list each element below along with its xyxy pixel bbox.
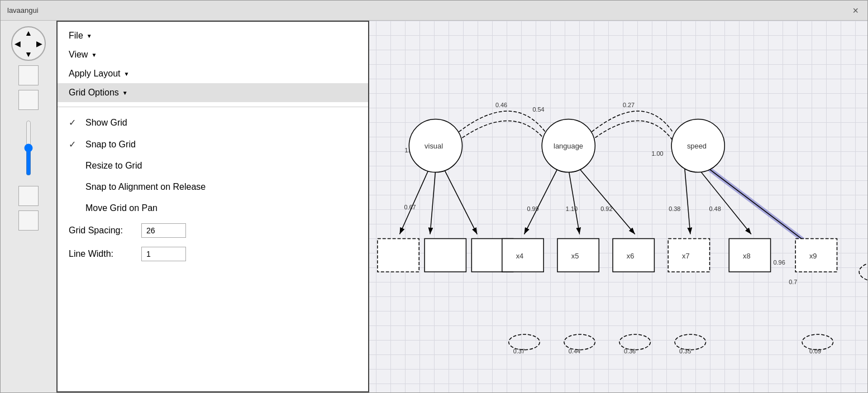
label-0-96: 0.96 bbox=[774, 259, 785, 266]
label-0-37: 0.37 bbox=[513, 348, 525, 354]
label-0-99: 0.99 bbox=[527, 205, 538, 212]
label-0-38: 0.38 bbox=[669, 205, 680, 212]
label-x5: x5 bbox=[571, 252, 579, 260]
edge-language-visual bbox=[459, 121, 546, 140]
label-x9: x9 bbox=[809, 252, 817, 260]
edge-language-x4 bbox=[524, 169, 557, 234]
snap-to-grid-item[interactable]: ✓ Snap to Grid bbox=[58, 133, 368, 155]
label-1-10: 1.10 bbox=[566, 205, 578, 212]
edge-speed-language bbox=[592, 121, 673, 140]
apply-layout-arrow-icon: ▼ bbox=[124, 71, 130, 77]
menu-apply-layout[interactable]: Apply Layout ▼ bbox=[58, 64, 368, 83]
label-0-44: 0.44 bbox=[569, 348, 580, 354]
window-title: lavaangui bbox=[7, 6, 39, 15]
label-0-92: 0.92 bbox=[600, 205, 612, 212]
zoom-slider[interactable] bbox=[24, 120, 33, 176]
zoom-slider-container bbox=[24, 114, 33, 181]
nav-control[interactable]: ▲ ◀ ▶ ▼ bbox=[11, 26, 46, 61]
edge-visual-x1 bbox=[400, 169, 430, 234]
arrow-down-icon: ▼ bbox=[25, 50, 32, 59]
label-language: language bbox=[554, 142, 583, 150]
diagram-area: 0.37 0.44 0.36 0.35 0.09 0.46 bbox=[369, 21, 867, 392]
menu-grid-options-label: Grid Options bbox=[69, 88, 119, 98]
grid-submenu: ✓ Show Grid ✓ Snap to Grid Resize to Gri… bbox=[58, 107, 368, 270]
label-0-54: 0.54 bbox=[532, 106, 544, 113]
left-toolbar: ▲ ◀ ▶ ▼ bbox=[1, 21, 56, 392]
arrow-left-icon: ◀ bbox=[15, 39, 21, 48]
diagram-svg: 0.37 0.44 0.36 0.35 0.09 0.46 bbox=[369, 21, 867, 392]
line-width-input[interactable] bbox=[141, 247, 186, 261]
arrow-right-icon: ▶ bbox=[36, 39, 42, 48]
menu-view[interactable]: View ▼ bbox=[58, 45, 368, 64]
self-loop-x7-alt bbox=[859, 262, 867, 282]
app-window: lavaangui × ▲ ◀ ▶ ▼ bbox=[0, 0, 868, 393]
edge-visual-x3 bbox=[444, 169, 477, 234]
resize-grid-checkmark bbox=[69, 161, 80, 171]
label-0-27: 0.27 bbox=[623, 102, 635, 108]
label-0-09: 0.09 bbox=[809, 348, 821, 354]
show-grid-item[interactable]: ✓ Show Grid bbox=[58, 112, 368, 133]
title-bar: lavaangui × bbox=[1, 1, 867, 21]
line-width-row: Line Width: bbox=[58, 242, 368, 266]
grid-spacing-input[interactable] bbox=[141, 223, 186, 238]
resize-to-grid-label: Resize to Grid bbox=[85, 161, 357, 171]
move-grid-item[interactable]: Move Grid on Pan bbox=[58, 198, 368, 219]
main-content: ▲ ◀ ▶ ▼ bbox=[1, 21, 867, 392]
edge-language-x6 bbox=[580, 169, 635, 234]
menu-overlay: File ▼ View ▼ Apply Layout ▼ Grid Option… bbox=[56, 21, 369, 392]
move-grid-label: Move Grid on Pan bbox=[85, 203, 357, 213]
grid-options-arrow-icon: ▼ bbox=[122, 90, 128, 96]
label-0-36: 0.36 bbox=[624, 348, 636, 354]
snap-alignment-checkmark bbox=[69, 182, 80, 192]
toolbar-button-2[interactable] bbox=[18, 90, 39, 110]
toolbar-button-3[interactable] bbox=[18, 186, 39, 206]
label-0-67: 0.67 bbox=[404, 204, 416, 210]
menu-file[interactable]: File ▼ bbox=[58, 26, 368, 45]
resize-to-grid-item[interactable]: Resize to Grid bbox=[58, 155, 368, 176]
view-arrow-icon: ▼ bbox=[91, 52, 97, 58]
label-0-46: 0.46 bbox=[495, 102, 507, 108]
label-0-35: 0.35 bbox=[679, 348, 691, 354]
edge-visual-x2 bbox=[430, 169, 436, 234]
node-x2 bbox=[425, 238, 466, 271]
label-1-00-right: 1.00 bbox=[651, 150, 663, 157]
edge-language-x5 bbox=[569, 169, 580, 234]
snap-to-grid-label: Snap to Grid bbox=[85, 140, 357, 150]
grid-spacing-label: Grid Spacing: bbox=[69, 226, 136, 236]
edge-speed-x7 bbox=[685, 169, 690, 234]
node-x1 bbox=[378, 238, 419, 271]
show-grid-label: Show Grid bbox=[85, 118, 357, 128]
canvas-area[interactable]: 0.37 0.44 0.36 0.35 0.09 0.46 bbox=[56, 21, 867, 392]
arrow-up-icon: ▲ bbox=[25, 28, 32, 37]
menu-file-label: File bbox=[69, 31, 83, 41]
menu-grid-options[interactable]: Grid Options ▼ bbox=[58, 83, 368, 102]
label-speed: speed bbox=[687, 142, 707, 150]
toolbar-button-4[interactable] bbox=[18, 210, 39, 231]
snap-alignment-label: Snap to Alignment on Release bbox=[85, 182, 357, 192]
close-button[interactable]: × bbox=[850, 6, 861, 16]
snap-alignment-item[interactable]: Snap to Alignment on Release bbox=[58, 176, 368, 198]
toolbar-button-1[interactable] bbox=[18, 65, 39, 85]
label-0-48: 0.48 bbox=[709, 205, 721, 212]
label-x8: x8 bbox=[743, 252, 751, 260]
label-x7: x7 bbox=[682, 252, 690, 260]
label-visual: visual bbox=[425, 142, 443, 150]
menu-bar: File ▼ View ▼ Apply Layout ▼ Grid Option… bbox=[58, 22, 368, 107]
label-x4: x4 bbox=[516, 252, 524, 260]
move-grid-checkmark bbox=[69, 203, 80, 213]
line-width-label: Line Width: bbox=[69, 249, 136, 259]
show-grid-checkmark: ✓ bbox=[69, 117, 80, 128]
file-arrow-icon: ▼ bbox=[87, 33, 92, 39]
menu-view-label: View bbox=[69, 50, 88, 60]
label-x6: x6 bbox=[627, 252, 635, 260]
snap-grid-checkmark: ✓ bbox=[69, 139, 80, 150]
grid-spacing-row: Grid Spacing: bbox=[58, 219, 368, 242]
menu-apply-layout-label: Apply Layout bbox=[69, 69, 121, 79]
label-0-7: 0.7 bbox=[789, 279, 797, 285]
